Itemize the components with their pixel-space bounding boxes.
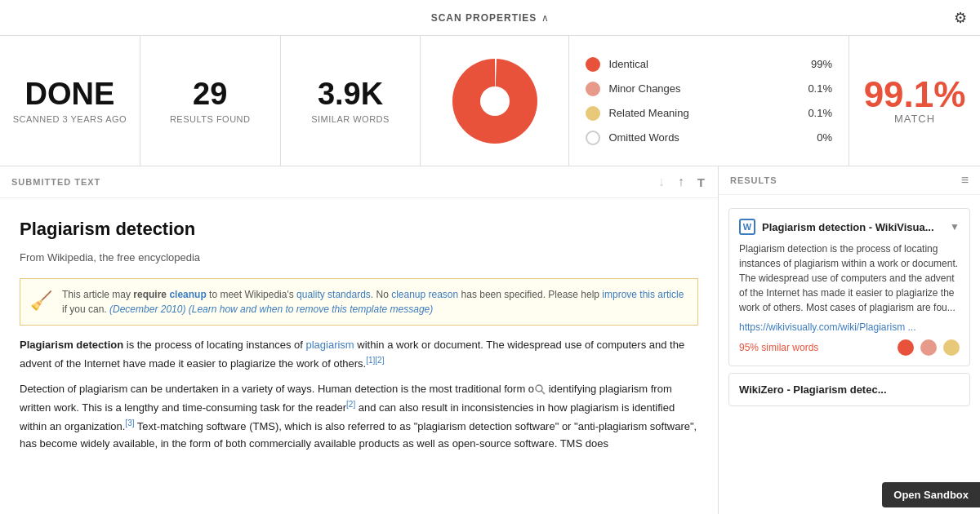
minor-dot xyxy=(586,82,600,96)
svg-point-1 xyxy=(480,86,510,116)
results-label: RESULTS FOUND xyxy=(170,114,251,124)
result-card-1[interactable]: W Plagiarism detection - WikiVisua... ▼ … xyxy=(728,208,970,366)
settings-icon[interactable]: ⚙ xyxy=(954,9,967,27)
result-2-title: WikiZero - Plagiarism detec... xyxy=(739,383,887,396)
legend-item-related: Related Meaning 0.1% xyxy=(586,106,832,121)
cleanup-link[interactable]: cleanup xyxy=(169,289,206,300)
match-block: 99.1% MATCH xyxy=(849,36,980,166)
results-value: 29 xyxy=(193,78,227,112)
result-1-link[interactable]: https://wikivisually.com/wiki/Plagiarism… xyxy=(739,321,960,333)
pie-chart-area xyxy=(421,36,569,166)
svg-point-2 xyxy=(536,385,542,392)
submitted-text-title: SUBMITTED TEXT xyxy=(11,177,657,187)
top-bar: SCAN PROPERTIES ∧ ⚙ xyxy=(0,0,980,36)
result-1-footer: 95% similar words xyxy=(739,339,960,356)
source-line: From Wikipedia, the free encyclopedia xyxy=(20,250,698,267)
related-label: Related Meaning xyxy=(608,107,804,119)
results-header: RESULTS ≡ xyxy=(719,166,980,195)
minor-pct: 0.1% xyxy=(804,82,832,95)
legend-item-omitted: Omitted Words 0% xyxy=(586,131,832,145)
wiki-w-icon: W xyxy=(739,219,755,235)
match-label: MATCH xyxy=(894,113,935,125)
similar-label: SIMILAR WORDS xyxy=(311,114,390,124)
text-format-button[interactable]: T xyxy=(696,174,706,191)
result-1-snippet: Plagiarism detection is the process of l… xyxy=(739,241,960,315)
main-area: SUBMITTED TEXT ↓ ↑ T Plagiarism detectio… xyxy=(0,166,980,514)
related-pct: 0.1% xyxy=(804,107,832,119)
scroll-up-button[interactable]: ↑ xyxy=(676,173,686,191)
notice-box: 🧹 This article may require cleanup to me… xyxy=(20,278,698,326)
scan-properties-title: SCAN PROPERTIES xyxy=(431,12,537,24)
results-title: RESULTS xyxy=(730,175,961,185)
open-sandbox-tooltip[interactable]: Open Sandbox xyxy=(882,482,980,507)
done-value: DONE xyxy=(25,78,115,112)
header-actions: ↓ ↑ T xyxy=(657,173,706,191)
dot-yellow xyxy=(943,339,960,356)
result-card-2[interactable]: WikiZero - Plagiarism detec... xyxy=(728,373,970,406)
dot-red xyxy=(898,339,914,356)
text-content-area: Plagiarism detection From Wikipedia, the… xyxy=(0,198,718,514)
stat-similar: 3.9K SIMILAR WORDS xyxy=(281,36,421,166)
legend-area: Identical 99% Minor Changes 0.1% Related… xyxy=(569,36,849,166)
identical-label: Identical xyxy=(608,58,804,70)
pie-chart xyxy=(446,52,544,150)
results-list: W Plagiarism detection - WikiVisua... ▼ … xyxy=(719,195,980,514)
similar-words-label: 95% similar words xyxy=(739,342,891,353)
improve-link[interactable]: improve this article xyxy=(602,289,684,300)
notice-text: This article may require cleanup to meet… xyxy=(62,287,688,317)
right-panel: RESULTS ≡ W Plagiarism detection - WikiV… xyxy=(719,166,980,514)
related-dot xyxy=(586,106,600,121)
svg-line-3 xyxy=(541,391,545,394)
identical-pct: 99% xyxy=(804,58,832,70)
legend-item-identical: Identical 99% xyxy=(586,57,832,72)
ref-1: [1][2] xyxy=(366,356,384,365)
plagiarism-link[interactable]: plagiarism xyxy=(305,339,354,351)
stat-results: 29 RESULTS FOUND xyxy=(140,36,281,166)
ref-2: [2] xyxy=(346,400,355,409)
result-card-1-header: W Plagiarism detection - WikiVisua... ▼ xyxy=(739,219,960,235)
results-area: W Plagiarism detection - WikiVisua... ▼ … xyxy=(719,195,980,514)
ref-3: [3] xyxy=(125,419,134,428)
result-1-title: Plagiarism detection - WikiVisua... xyxy=(762,221,950,233)
dot-pink xyxy=(920,339,937,356)
left-panel: SUBMITTED TEXT ↓ ↑ T Plagiarism detectio… xyxy=(0,166,719,514)
similar-value: 3.9K xyxy=(318,78,383,112)
identical-dot xyxy=(586,57,600,72)
article-title: Plagiarism detection xyxy=(20,215,698,243)
broom-icon: 🧹 xyxy=(30,287,52,317)
legend-item-minor: Minor Changes 0.1% xyxy=(586,82,832,96)
quality-standards-link[interactable]: quality standards xyxy=(296,289,371,300)
filter-icon[interactable]: ≡ xyxy=(961,173,969,188)
omitted-pct: 0% xyxy=(804,131,832,144)
omitted-dot xyxy=(586,131,600,145)
submitted-text-header: SUBMITTED TEXT ↓ ↑ T xyxy=(0,166,718,198)
search-icon xyxy=(534,383,546,395)
minor-label: Minor Changes xyxy=(608,82,804,95)
plagiarism-detection-bold: Plagiarism detection xyxy=(20,339,123,351)
match-value: 99.1% xyxy=(864,77,966,113)
chevron-up-icon[interactable]: ∧ xyxy=(541,12,549,24)
open-sandbox-label: Open Sandbox xyxy=(893,489,969,501)
result-1-dropdown[interactable]: ▼ xyxy=(950,221,960,233)
omitted-label: Omitted Words xyxy=(608,131,804,144)
article-body: Plagiarism detection is the process of l… xyxy=(20,337,698,453)
cleanup-reason-link[interactable]: cleanup reason xyxy=(391,289,458,300)
scroll-down-button[interactable]: ↓ xyxy=(657,173,666,191)
done-label: SCANNED 3 YEARS AGO xyxy=(13,114,127,124)
stat-done: DONE SCANNED 3 YEARS AGO xyxy=(0,36,140,166)
stats-row: DONE SCANNED 3 YEARS AGO 29 RESULTS FOUN… xyxy=(0,36,980,166)
